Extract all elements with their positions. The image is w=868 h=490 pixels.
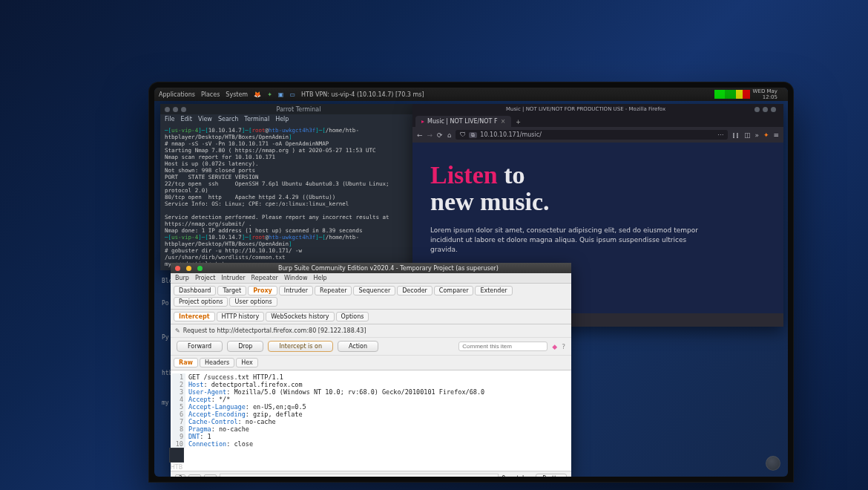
show-desktop-button[interactable] <box>766 456 780 471</box>
minimize-icon[interactable] <box>186 266 191 271</box>
terminal-window[interactable]: Parrot Terminal File Edit View Search Te… <box>160 104 412 270</box>
menu-burp[interactable]: Burp <box>175 275 189 281</box>
pretty-button[interactable]: Pretty <box>536 474 567 477</box>
burp-title: Burp Suite Community Edition v2020.4 - T… <box>210 265 567 272</box>
tab-proxy[interactable]: Proxy <box>248 286 277 295</box>
menu-edit[interactable]: Edit <box>180 116 192 122</box>
tab-target[interactable]: Target <box>217 286 246 295</box>
menu-window[interactable]: Window <box>284 275 308 281</box>
page-body: Lorem ipsum dolor sit amet, consectetur … <box>430 226 712 255</box>
search-prev-icon[interactable]: ← <box>188 474 201 477</box>
desktop-screen: Applications Places System 🦊 ✦ ▣ ▭ HTB V… <box>154 88 788 477</box>
tab-decoder[interactable]: Decoder <box>397 286 433 295</box>
desktop-label: my <box>162 399 169 406</box>
overflow-icon[interactable]: » <box>754 131 759 139</box>
firefox-icon[interactable]: 🦊 <box>254 91 261 98</box>
search-settings-icon[interactable]: ? <box>175 474 185 477</box>
tab-extender[interactable]: Extender <box>475 286 512 295</box>
back-icon[interactable]: ← <box>417 131 423 139</box>
tab-comparer[interactable]: Comparer <box>434 286 474 295</box>
url-bar[interactable]: 🛡 ⧉ 10.10.10.171/music/ ⋯ <box>456 130 728 140</box>
burp-menubar[interactable]: Burp Project Intruder Repeater Window He… <box>171 273 571 284</box>
close-icon[interactable] <box>175 266 180 271</box>
maximize-icon[interactable] <box>181 107 186 112</box>
viewtab-headers[interactable]: Headers <box>200 358 234 368</box>
menu-project[interactable]: Project <box>195 275 215 281</box>
desktop-label: Po <box>162 300 169 307</box>
foxyproxy-icon[interactable]: ✦ <box>763 131 769 139</box>
menu-search[interactable]: Search <box>218 116 238 122</box>
taskbar-item-htb[interactable]: HTB <box>169 448 184 471</box>
tab-sequencer[interactable]: Sequencer <box>353 286 395 295</box>
panel-clock[interactable]: WED May12:05 <box>753 88 777 100</box>
menu-terminal[interactable]: Terminal <box>244 116 269 122</box>
search-next-icon[interactable]: → <box>204 474 217 477</box>
raw-request[interactable]: 1GET /success.txt HTTP/1.12Host: detectp… <box>171 370 571 471</box>
browser-tab[interactable]: ▸ Music | NOT LIVE/NOT F × <box>415 116 511 127</box>
request-target: Request to http://detectportal.firefox.c… <box>183 327 366 334</box>
system-tray: WED May12:05 <box>714 88 777 100</box>
tab-close-icon[interactable]: × <box>501 118 506 125</box>
burp-main-tabs: DashboardTargetProxyIntruderRepeaterSequ… <box>171 284 571 310</box>
terminal-output[interactable]: ─[us-vip-4]─[10.10.14.7]─[root@htb-uwkgc… <box>160 124 412 270</box>
firefox-title: Music | NOT LIVE/NOT FOR PRODUCTION USE … <box>417 106 754 112</box>
menu-view[interactable]: View <box>198 116 212 122</box>
request-target-bar: ✎ Request to http://detectportal.firefox… <box>171 324 571 338</box>
library-icon[interactable]: ⫿⫿ <box>732 131 740 139</box>
tab-project-options[interactable]: Project options <box>174 297 228 307</box>
menu-file[interactable]: File <box>165 116 174 122</box>
viewtab-raw[interactable]: Raw <box>174 358 198 368</box>
tab-repeater[interactable]: Repeater <box>315 286 352 295</box>
page-action-icon[interactable]: ⋯ <box>717 131 723 138</box>
menu-icon[interactable]: ≡ <box>773 131 779 139</box>
menu-system[interactable]: System <box>226 91 248 98</box>
viewtab-hex[interactable]: Hex <box>236 358 258 368</box>
subtab-intercept[interactable]: Intercept <box>174 312 215 321</box>
menu-repeater[interactable]: Repeater <box>251 275 278 281</box>
edit-icon[interactable]: ✎ <box>175 327 180 334</box>
top-panel: Applications Places System 🦊 ✦ ▣ ▭ HTB V… <box>154 88 788 101</box>
close-icon[interactable] <box>165 107 170 112</box>
drop-button[interactable]: Drop <box>227 341 263 352</box>
maximize-icon[interactable] <box>197 266 203 271</box>
maximize-icon[interactable] <box>763 107 768 112</box>
ext-badge[interactable]: ⧉ <box>469 132 477 138</box>
search-input[interactable] <box>220 474 499 477</box>
terminal-menubar[interactable]: File Edit View Search Terminal Help <box>160 114 412 124</box>
close-icon[interactable] <box>771 107 776 112</box>
window-icon[interactable]: ▭ <box>289 91 295 98</box>
menu-places[interactable]: Places <box>201 91 220 98</box>
intercept-toggle-button[interactable]: Intercept is on <box>268 341 333 352</box>
star-icon[interactable]: ✦ <box>267 91 272 98</box>
terminal-icon[interactable]: ▣ <box>278 91 284 98</box>
menu-intruder[interactable]: Intruder <box>221 275 245 281</box>
minimize-icon[interactable] <box>754 107 760 112</box>
subtab-websockets-history[interactable]: WebSockets history <box>266 312 334 321</box>
menu-help[interactable]: Help <box>275 116 289 122</box>
subtab-options[interactable]: Options <box>336 312 369 321</box>
help-icon[interactable]: ? <box>562 343 565 350</box>
subtab-http-history[interactable]: HTTP history <box>217 312 265 321</box>
shield-icon[interactable]: 🛡 <box>460 131 466 138</box>
burp-window[interactable]: Burp Suite Community Edition v2020.4 - T… <box>171 263 571 477</box>
new-tab-button[interactable]: + <box>511 117 525 127</box>
action-button[interactable]: Action <box>338 341 378 352</box>
home-icon[interactable]: ⌂ <box>447 131 452 139</box>
tab-intruder[interactable]: Intruder <box>279 286 313 295</box>
tab-label: Music | NOT LIVE/NOT F <box>427 118 498 125</box>
forward-icon[interactable]: → <box>427 131 433 139</box>
terminal-title: Parrot Terminal <box>189 106 408 113</box>
desktop-label: Py <box>162 334 169 341</box>
sidebar-icon[interactable]: ◫ <box>744 131 751 139</box>
tab-dashboard[interactable]: Dashboard <box>174 286 216 295</box>
menu-applications[interactable]: Applications <box>159 91 195 98</box>
comment-input[interactable] <box>458 342 548 351</box>
menu-help[interactable]: Help <box>313 275 326 281</box>
minimize-icon[interactable] <box>173 107 178 112</box>
highlight-icon[interactable]: ◆ <box>552 343 557 350</box>
burp-view-tabs: RawHeadersHex <box>171 356 571 370</box>
audio-visualizer <box>714 90 750 99</box>
tab-user-options[interactable]: User options <box>229 297 277 307</box>
forward-button[interactable]: Forward <box>177 341 223 352</box>
reload-icon[interactable]: ⟳ <box>437 131 443 139</box>
